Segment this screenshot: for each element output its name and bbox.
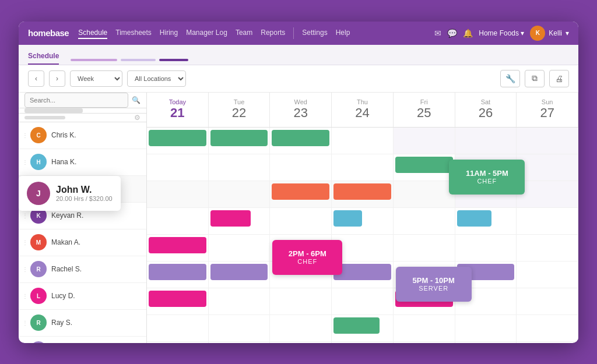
shift-ray-thu[interactable] <box>333 317 380 334</box>
nav-team[interactable]: Team <box>236 27 252 39</box>
cell-hana-mon[interactable] <box>147 154 209 181</box>
cell-lucy-sun[interactable] <box>517 288 578 314</box>
cell-keyvan-sat[interactable] <box>455 208 517 234</box>
drag-handle[interactable]: ⋮ <box>22 239 28 246</box>
employee-row-rachel[interactable]: ⋮ R Rachel S. <box>19 256 146 283</box>
cell-rosie-sun[interactable] <box>517 342 578 343</box>
copy-button[interactable]: ⧉ <box>525 70 545 87</box>
cell-chris-fri[interactable] <box>394 128 455 154</box>
shift-john-thu[interactable] <box>333 183 391 200</box>
user-menu[interactable]: K Kelli ▾ <box>530 26 569 41</box>
cell-hana-sun[interactable] <box>517 154 578 181</box>
cell-chris-sat[interactable] <box>455 128 517 154</box>
cell-john-mon[interactable] <box>147 181 209 207</box>
cell-rachel-tue[interactable] <box>209 261 271 288</box>
prev-week-button[interactable]: ‹ <box>28 70 44 87</box>
nav-manager-log[interactable]: Manager Log <box>186 27 227 39</box>
employee-row-makan[interactable]: ⋮ M Makan A. <box>19 229 146 256</box>
cell-ray-wed[interactable] <box>270 315 332 341</box>
employee-row-chris[interactable]: ⋮ C Chris K. <box>19 122 146 149</box>
shift-chris-wed[interactable] <box>272 130 329 146</box>
mail-icon[interactable]: ✉ <box>434 29 441 38</box>
nav-timesheets[interactable]: Timesheets <box>115 27 152 39</box>
nav-hiring[interactable]: Hiring <box>160 27 178 39</box>
cell-rosie-wed[interactable] <box>270 342 332 343</box>
cell-chris-mon[interactable] <box>147 128 209 154</box>
bell-icon[interactable]: 🔔 <box>463 29 473 38</box>
cell-rosie-thu[interactable] <box>332 342 394 343</box>
next-week-button[interactable]: › <box>49 70 65 87</box>
cell-keyvan-wed[interactable] <box>270 208 332 234</box>
drag-handle[interactable]: ⋮ <box>22 320 28 326</box>
view-select[interactable]: Week Day <box>70 70 122 87</box>
drag-handle[interactable]: ⋮ <box>22 293 28 299</box>
cell-john-tue[interactable] <box>209 181 271 207</box>
shift-rachel-mon[interactable] <box>149 264 206 280</box>
cell-rosie-fri[interactable] <box>394 342 455 343</box>
shift-hana-fri[interactable] <box>395 157 453 173</box>
cell-keyvan-thu[interactable] <box>332 208 394 234</box>
employee-row-lucy[interactable]: ⋮ L Lucy D. <box>19 283 146 310</box>
cell-hana-wed[interactable] <box>270 154 332 181</box>
shift-keyvan-sat[interactable] <box>457 210 491 227</box>
employee-row-rosie[interactable]: ⋮ R Rosie A. 25.00 Hrs / $300.00 <box>19 337 146 343</box>
nav-schedule[interactable]: Schedule <box>78 27 107 39</box>
shift-rachel-tue[interactable] <box>210 264 268 280</box>
cell-makan-sat[interactable] <box>455 235 517 261</box>
cell-john-wed[interactable] <box>270 181 332 207</box>
shift-makan-mon[interactable] <box>149 237 206 253</box>
cell-lucy-mon[interactable] <box>147 288 209 314</box>
cell-ray-thu[interactable] <box>332 315 394 341</box>
cell-keyvan-fri[interactable] <box>394 208 455 234</box>
sub-tab-schedule[interactable]: Schedule <box>28 50 59 65</box>
cell-hana-fri[interactable] <box>394 154 455 181</box>
shift-keyvan-tue[interactable] <box>210 210 251 227</box>
shift-john-wed[interactable] <box>272 183 329 200</box>
cell-rosie-sat[interactable] <box>455 342 517 343</box>
cell-keyvan-mon[interactable] <box>147 208 209 234</box>
nav-settings[interactable]: Settings <box>302 27 327 39</box>
cell-rachel-mon[interactable] <box>147 261 209 288</box>
shift-lucy-mon[interactable] <box>149 291 206 307</box>
cell-makan-fri[interactable] <box>394 235 455 261</box>
cell-lucy-wed[interactable] <box>270 288 332 314</box>
cell-makan-sun[interactable] <box>517 235 578 261</box>
cell-chris-thu[interactable] <box>332 128 394 154</box>
cell-john-thu[interactable] <box>332 181 394 207</box>
cell-john-sun[interactable] <box>517 181 578 207</box>
employee-row-ray[interactable]: ⋮ R Ray S. <box>19 310 146 337</box>
nav-help[interactable]: Help <box>336 27 350 39</box>
wrench-button[interactable]: 🔧 <box>500 70 520 87</box>
cell-lucy-tue[interactable] <box>209 288 271 314</box>
cell-chris-wed[interactable] <box>270 128 332 154</box>
employee-row-hana[interactable]: ⋮ H Hana K. <box>19 149 146 176</box>
cell-john-fri[interactable] <box>394 181 455 207</box>
chat-icon[interactable]: 💬 <box>447 29 457 38</box>
employee-search[interactable] <box>24 93 128 108</box>
cell-hana-thu[interactable] <box>332 154 394 181</box>
drag-handle[interactable]: ⋮ <box>22 159 28 165</box>
nav-reports[interactable]: Reports <box>261 27 285 39</box>
cell-hana-tue[interactable] <box>209 154 271 181</box>
cell-ray-sun[interactable] <box>517 315 578 341</box>
cell-makan-tue[interactable] <box>209 235 271 261</box>
company-selector[interactable]: Home Foods ▾ <box>479 29 524 37</box>
column-settings-icon[interactable]: ⚙ <box>134 114 141 122</box>
shift-chris-tue[interactable] <box>210 130 268 146</box>
cell-ray-mon[interactable] <box>147 315 209 341</box>
employee-row-john[interactable]: J John W. 20.00 Hrs / $320.00 <box>19 176 146 203</box>
cell-makan-mon[interactable] <box>147 235 209 261</box>
cell-ray-sat[interactable] <box>455 315 517 341</box>
cell-rosie-tue[interactable] <box>209 342 271 343</box>
location-select[interactable]: All Locations <box>127 70 186 87</box>
cell-rosie-mon[interactable] <box>147 342 209 343</box>
cell-rachel-sun[interactable] <box>517 261 578 288</box>
shift-keyvan-thu[interactable] <box>333 210 362 227</box>
drag-handle[interactable]: ⋮ <box>22 266 28 273</box>
shift-chris-mon[interactable] <box>149 130 206 146</box>
cell-chris-tue[interactable] <box>209 128 271 154</box>
cell-ray-fri[interactable] <box>394 315 455 341</box>
cell-ray-tue[interactable] <box>209 315 271 341</box>
cell-lucy-thu[interactable] <box>332 288 394 314</box>
cell-chris-sun[interactable] <box>517 128 578 154</box>
